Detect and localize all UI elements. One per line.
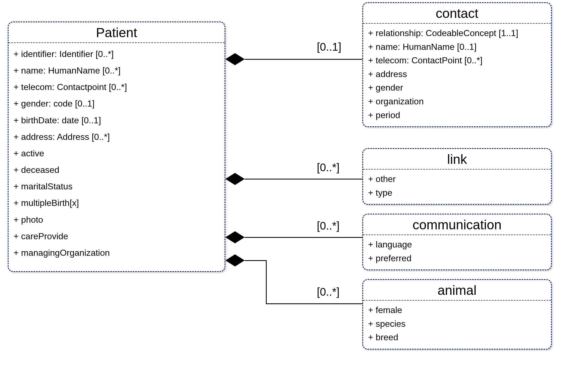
contact-attr: + organization [368,95,546,108]
communication-title: communication [363,214,551,235]
patient-attr: + active [13,145,220,162]
contact-attr: + relationship: CodeableConcept [1..1] [368,26,546,40]
connector-animal-v [266,260,267,304]
cardinality-contact: [0..1] [317,41,341,53]
contact-attr: + address [368,67,546,81]
svg-marker-2 [225,231,245,243]
animal-attr: + species [368,317,546,331]
contact-attrs: + relationship: CodeableConcept [1..1]+ … [363,24,551,126]
contact-class-box: contact + relationship: CodeableConcept … [362,2,552,127]
contact-attr: + gender [368,81,546,95]
connector-animal-h2 [266,303,362,304]
contact-attr: + period [368,108,546,122]
patient-attr: + gender: code [0..1] [13,95,220,112]
communication-attrs: + language+ preferred [363,235,551,270]
svg-marker-3 [225,254,245,266]
patient-class-box: Patient + identifier: Identifier [0..*]+… [8,21,225,272]
patient-attr: + name: HumanName [0..*] [13,62,220,79]
contact-attr: + telecom: ContactPoint [0..*] [368,54,546,67]
animal-class-box: animal + female+ species+ breed [362,279,552,350]
connector-animal-h1 [245,260,267,261]
communication-attr: + language [368,238,546,252]
patient-attr: + address: Address [0..*] [13,129,220,145]
patient-attr: + deceased [13,162,220,178]
communication-class-box: communication + language+ preferred [362,214,552,270]
cardinality-communication: [0..*] [317,220,339,232]
patient-attr: + identifier: Identifier [0..*] [13,46,220,62]
connector-contact [245,59,362,60]
animal-title: animal [363,280,551,301]
animal-attr: + female [368,303,546,317]
link-attr: + other [368,172,546,186]
patient-attr: + careProvide [13,228,220,244]
link-title: link [363,149,551,170]
contact-attr: + name: HumanName [0..1] [368,40,546,54]
patient-attr: + multipleBirth[x] [13,195,220,211]
cardinality-animal: [0..*] [317,286,339,298]
patient-title: Patient [9,22,225,43]
link-class-box: link + other+ type [362,148,552,205]
link-attrs: + other+ type [363,170,551,204]
animal-attrs: + female+ species+ breed [363,301,551,349]
animal-attr: + breed [368,331,546,344]
patient-attrs: + identifier: Identifier [0..*]+ name: H… [9,43,225,265]
patient-attr: + photo [13,211,220,228]
connector-communication [245,237,362,238]
svg-marker-1 [225,173,245,185]
patient-attr: + birthDate: date [0..1] [13,112,220,129]
link-attr: + type [368,186,546,200]
patient-attr: + maritalStatus [13,178,220,195]
communication-attr: + preferred [368,252,546,265]
patient-attr: + managingOrganization [13,244,220,261]
cardinality-link: [0..*] [317,161,339,174]
svg-marker-0 [225,53,245,65]
patient-attr: + telecom: Contactpoint [0..*] [13,79,220,95]
contact-title: contact [363,3,551,24]
connector-link [245,179,362,179]
